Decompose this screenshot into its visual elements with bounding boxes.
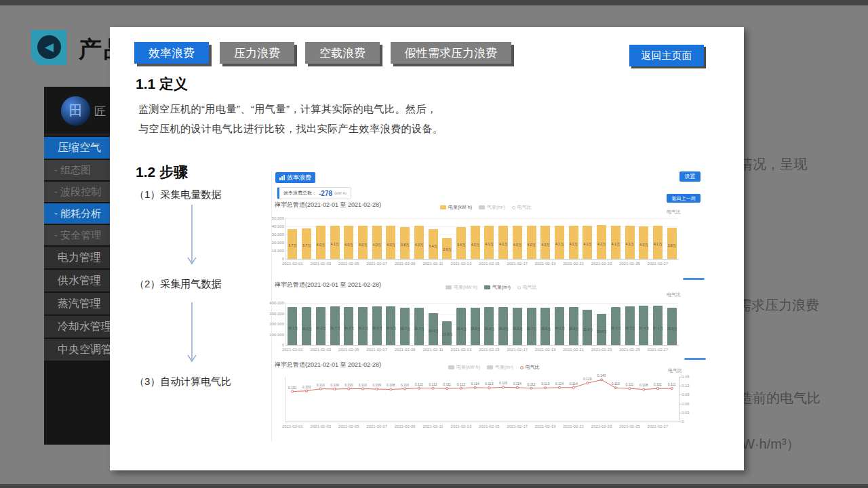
legend-item[interactable]: 气量(m³) (479, 204, 505, 211)
x-tick-label: 2021-02-09 (390, 348, 420, 352)
value-label: 4.1万 (583, 242, 592, 246)
bar: 35.7万 (400, 308, 410, 345)
bar: 4.0万 (372, 226, 382, 259)
x-tick-label: 2021-02-17 (502, 262, 532, 266)
definition-heading: 1.1 定义 (136, 75, 188, 94)
bar: 36.2万 (316, 307, 326, 345)
definition-line-2: 与空压机的设计电气比进行比较，找出实际产生效率浪费的设备。 (138, 123, 443, 136)
y-tick-label: 10,000 (268, 249, 284, 253)
bar: 4.1万 (484, 226, 494, 259)
value-label: 4.0万 (540, 243, 550, 247)
x-tick-label: 2021-02-13 (446, 348, 476, 352)
bar: 3.8万 (400, 227, 410, 259)
value-label: 4.0万 (639, 243, 648, 247)
bar: 22.9万 (442, 321, 452, 345)
x-tick-label: 2021-02-19 (530, 348, 560, 352)
bar: 4.0万 (540, 226, 550, 259)
value-label: 4.1万 (625, 242, 635, 246)
bar: 4.0万 (316, 226, 326, 259)
value-label: 36.2万 (344, 326, 353, 330)
right-tick-label: 0.12 (682, 384, 698, 388)
bar: 4.2万 (597, 225, 606, 259)
x-tick-label: 2021-02-17 (502, 424, 532, 428)
value-label: 36.2万 (316, 326, 326, 330)
legend-item[interactable]: 气量(m³) (484, 284, 511, 291)
back-icon-triangle: ◀ (37, 35, 61, 59)
value-label: 4.1万 (569, 242, 578, 246)
background-text-3: 造前的电气比 (739, 389, 821, 407)
value-label: 4.1万 (484, 242, 494, 246)
right-tick-label: 0.06 (682, 402, 698, 406)
x-tick-label: 2021-02-17 (502, 348, 532, 352)
bar: 4.1万 (569, 226, 578, 259)
down-arrow-icon (186, 302, 198, 365)
value-label: 4.0万 (513, 243, 522, 247)
x-tick-label: 2021-02-03 (306, 262, 336, 266)
value-label: 4.0万 (316, 243, 326, 247)
bar: 36.0万 (498, 307, 508, 345)
x-tick-label: 2021-02-11 (418, 348, 448, 352)
value-label: 4.1万 (611, 242, 620, 246)
value-label: 36.0万 (498, 327, 508, 331)
right-tick-label: 0.03 (682, 411, 698, 415)
x-tick-label: 2021-02-03 (306, 424, 336, 428)
value-label: 36.1万 (288, 326, 297, 330)
bar: 3.7万 (288, 229, 297, 259)
x-tick-label: 2021-02-07 (362, 262, 392, 266)
tab-inactive[interactable]: 空载浪费 (305, 42, 380, 64)
value-label: 4.0万 (527, 243, 536, 247)
app-logo-icon: 田 (60, 96, 91, 126)
chart-legend: 电量(kW·h)气量(m³)电气比 (440, 204, 532, 211)
data-point-label: 0.114 (566, 382, 582, 386)
legend-item[interactable]: 电量(kW·h) (446, 284, 477, 291)
back-icon[interactable]: ◀ (31, 30, 66, 65)
bar: 4.1万 (625, 226, 635, 259)
x-tick-label: 2021-02-09 (390, 424, 420, 428)
value-label: 4.0万 (372, 243, 382, 247)
bar: 4.0万 (527, 226, 536, 259)
bar: 4.0万 (386, 226, 395, 259)
screen: ◀ 产品 田 匠 压缩空气- 组态图- 波段控制- 能耗分析- 安全管理电力管理… (0, 0, 868, 488)
y-tick-label: 300,000 (268, 312, 284, 316)
steps-heading: 1.2 步骤 (136, 163, 188, 182)
value-label: 4.0万 (344, 243, 353, 247)
chart-title: 禅宇总管道(2021-02-01 至 2021-02-28) (275, 201, 381, 209)
x-tick-label: 2021-02-03 (306, 348, 336, 352)
tab-active[interactable]: 效率浪费 (134, 42, 209, 64)
bar: 4.1万 (330, 226, 340, 259)
bar: 4.0万 (513, 226, 522, 259)
x-tick-label: 2021-02-15 (474, 424, 504, 428)
background-text-1: 情况，呈现 (739, 155, 807, 174)
legend-item[interactable]: 电量(kW·h) (440, 204, 472, 211)
right-tick-mark (679, 404, 681, 405)
value-label: 4.1万 (498, 242, 508, 246)
x-tick-label: 2021-02-27 (643, 262, 673, 266)
chart-legend: 电量(kW·h)气量(m³)电气比 (446, 284, 537, 291)
bar: 4.1万 (583, 226, 592, 259)
tab-inactive[interactable]: 压力浪费 (220, 42, 294, 64)
scroll-indicator[interactable] (683, 278, 705, 280)
x-tick-label: 2021-02-19 (530, 424, 560, 428)
return-home-button[interactable]: 返回主页面 (629, 45, 704, 66)
bar: 33.4万 (583, 310, 592, 345)
y-tick-label: 50,000 (268, 216, 284, 220)
step-label: （1）采集电量数据 (134, 188, 221, 201)
legend-item[interactable]: 电气比 (517, 284, 537, 291)
grid-line (285, 303, 679, 304)
legend-item[interactable]: 电气比 (512, 204, 532, 211)
bar: 36.1万 (555, 307, 564, 345)
right-tick-label: 0 (682, 420, 698, 424)
value-label: 4.0万 (471, 243, 480, 247)
background-text-4: W·h/m³） (742, 435, 800, 453)
tab-inactive[interactable]: 假性需求压力浪费 (391, 42, 511, 64)
x-tick-label: 2021-02-15 (474, 262, 504, 266)
bar: 3.4万 (429, 229, 438, 259)
legend-swatch (479, 205, 485, 209)
legend-label: 气量(m³) (492, 284, 511, 291)
scroll-indicator[interactable] (684, 358, 706, 360)
bar: 4.1万 (653, 226, 663, 259)
x-tick-label: 2021-02-05 (334, 424, 363, 428)
bar: 4.0万 (358, 226, 368, 259)
bar: 35.7万 (414, 308, 424, 345)
bar: 4.1万 (611, 226, 620, 259)
